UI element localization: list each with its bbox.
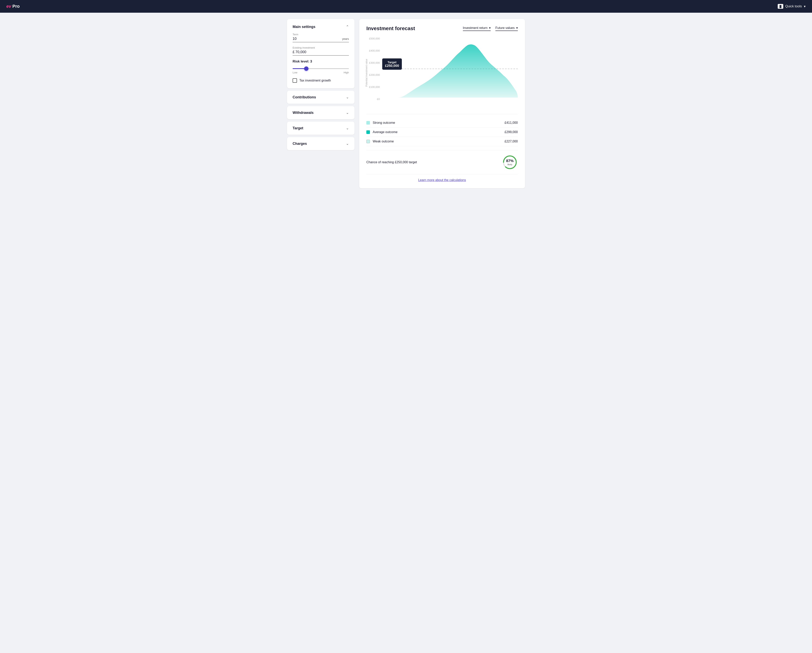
y-label-0: £0	[377, 98, 380, 101]
main-settings-title: Main settings	[293, 25, 315, 29]
target-title: Target	[293, 126, 303, 130]
risk-high-label: High	[343, 71, 349, 74]
logo-pro: Pro	[12, 4, 20, 9]
y-label-200k: £200,000	[369, 73, 380, 76]
quick-tools-label: Quick tools	[785, 5, 802, 8]
y-label-400k: £400,000	[369, 49, 380, 52]
target-tooltip-line2: £250,000	[385, 64, 399, 68]
forecast-header: Investment forecast Investment return ▾ …	[366, 25, 518, 32]
navbar: evPro ▐▌ Quick tools ▾	[0, 0, 812, 13]
weak-outcome-label: Weak outcome	[373, 140, 502, 143]
average-outcome-row: Average outcome £299,000	[366, 127, 518, 137]
investment-return-chevron-icon: ▾	[489, 26, 491, 30]
main-settings-card: Main settings ⌃ Term 10 years Existing i…	[287, 19, 354, 88]
weak-outcome-value: £227,000	[505, 140, 518, 143]
chance-text: 87% likely	[506, 159, 514, 166]
quick-tools-button[interactable]: ▐▌ Quick tools ▾	[778, 4, 806, 9]
outcomes-list: Strong outcome £411,000 Average outcome …	[366, 114, 518, 146]
withdrawals-chevron-icon: ⌄	[346, 110, 349, 115]
strong-outcome-label: Strong outcome	[373, 121, 502, 125]
learn-more-link[interactable]: Learn more about the calculations	[418, 178, 466, 182]
y-axis-title: Potential investment value	[365, 37, 368, 109]
withdrawals-card: Withdrawals ⌄	[287, 106, 354, 119]
term-unit: years	[342, 37, 349, 40]
average-outcome-dot	[366, 130, 370, 134]
investment-chart: £500,000 £400,000 £300,000 £200,000 £100…	[366, 37, 518, 109]
target-tooltip: Target £250,000	[382, 58, 402, 70]
charges-header[interactable]: Charges ⌄	[293, 141, 349, 146]
risk-value: 3	[310, 60, 312, 63]
contributions-header[interactable]: Contributions ⌄	[293, 95, 349, 99]
bar-chart-icon: ▐▌	[778, 4, 783, 9]
term-field[interactable]: 10 years	[293, 37, 349, 42]
logo: evPro	[6, 4, 20, 9]
target-tooltip-line1: Target	[385, 61, 399, 64]
y-axis-labels: £500,000 £400,000 £300,000 £200,000 £100…	[366, 37, 382, 101]
weak-outcome-row: Weak outcome £227,000	[366, 137, 518, 146]
chance-label: Chance of reaching £250,000 target	[366, 161, 417, 164]
future-values-dropdown[interactable]: Future values ▾	[495, 26, 518, 31]
chevron-down-icon: ▾	[804, 5, 806, 9]
withdrawals-title: Withdrawals	[293, 111, 314, 115]
strong-outcome-row: Strong outcome £411,000	[366, 118, 518, 127]
chance-circle: 87% likely	[502, 154, 518, 170]
logo-ev: ev	[6, 4, 11, 9]
future-values-label: Future values	[495, 26, 514, 30]
y-label-300k: £300,000	[369, 61, 380, 64]
currency-symbol: £	[293, 50, 295, 54]
investment-return-label: Investment return	[463, 26, 488, 30]
strong-outcome-value: £411,000	[505, 121, 518, 125]
term-value: 10	[293, 37, 296, 41]
main-settings-header[interactable]: Main settings ⌃	[293, 24, 349, 29]
contributions-card: Contributions ⌄	[287, 91, 354, 104]
contributions-chevron-icon: ⌄	[346, 95, 349, 99]
average-outcome-value: £299,000	[505, 130, 518, 134]
future-values-chevron-icon: ▾	[516, 26, 518, 30]
charges-title: Charges	[293, 142, 307, 146]
y-label-100k: £100,000	[369, 86, 380, 89]
withdrawals-header[interactable]: Withdrawals ⌄	[293, 110, 349, 115]
slider-labels: Low High	[293, 71, 349, 74]
main-settings-chevron-up-icon: ⌃	[346, 24, 349, 29]
charges-card: Charges ⌄	[287, 137, 354, 150]
chart-svg-area: Target £250,000	[382, 37, 518, 101]
main-content: Main settings ⌃ Term 10 years Existing i…	[279, 13, 533, 194]
weak-outcome-dot	[366, 140, 370, 143]
risk-section: Risk level: 3 Low High	[293, 60, 349, 74]
y-label-500k: £500,000	[369, 37, 380, 40]
learn-more-section: Learn more about the calculations	[366, 174, 518, 182]
tax-checkbox-row[interactable]: Tax investment growth	[293, 78, 349, 83]
forecast-title: Investment forecast	[366, 25, 415, 32]
average-outcome-label: Average outcome	[373, 130, 502, 134]
risk-slider[interactable]	[293, 68, 349, 69]
existing-investment-field[interactable]: £ 70,000	[293, 50, 349, 55]
target-chevron-icon: ⌄	[346, 126, 349, 130]
target-header[interactable]: Target ⌄	[293, 126, 349, 130]
tax-checkbox-label: Tax investment growth	[299, 79, 331, 82]
risk-low-label: Low	[293, 71, 298, 74]
chance-likely: likely	[506, 163, 514, 166]
existing-investment-label: Existing investment	[293, 46, 349, 49]
risk-label: Risk level: 3	[293, 60, 349, 63]
charges-chevron-icon: ⌄	[346, 141, 349, 146]
chance-percent: 87%	[506, 159, 514, 163]
existing-investment-value: 70,000	[295, 50, 306, 54]
strong-outcome-dot	[366, 121, 370, 125]
investment-return-dropdown[interactable]: Investment return ▾	[463, 26, 491, 31]
tax-checkbox[interactable]	[293, 78, 297, 83]
contributions-title: Contributions	[293, 95, 316, 99]
right-panel: Investment forecast Investment return ▾ …	[359, 19, 525, 188]
chance-row: Chance of reaching £250,000 target 87% l…	[366, 150, 518, 172]
term-label: Term	[293, 33, 349, 36]
left-panel: Main settings ⌃ Term 10 years Existing i…	[287, 19, 354, 188]
target-card: Target ⌄	[287, 122, 354, 135]
